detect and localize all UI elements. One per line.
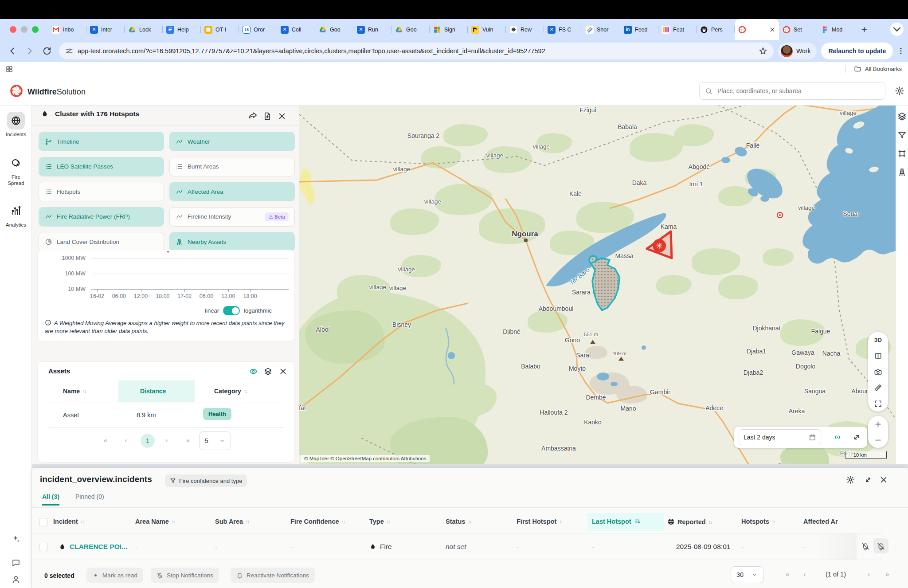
next-page-button[interactable]: ›: [868, 570, 870, 578]
apps-grid-icon[interactable]: [5, 65, 13, 73]
toggle-fire-radiative-power-frp-[interactable]: Fire Radiative Power (FRP): [39, 207, 164, 227]
map-search-box[interactable]: [699, 82, 885, 100]
toggle-land-cover-distribution[interactable]: Land Cover Distribution: [39, 232, 164, 251]
zoom-out-button[interactable]: [868, 432, 888, 448]
column-header-sub-area[interactable]: Sub Area↑↓: [215, 518, 249, 525]
notifications-off-icon[interactable]: [861, 542, 870, 551]
filter-chip[interactable]: Fire confidence and type: [165, 474, 247, 487]
first-page-button[interactable]: «: [786, 570, 789, 578]
reactivate-notifications-button[interactable]: Reactivate Notifications: [231, 568, 315, 583]
map-attribution[interactable]: © MapTiler © OpenStreetMap contributors …: [301, 455, 430, 462]
stop-notifications-button[interactable]: Stop Notifications: [151, 568, 219, 583]
settings-gear-icon[interactable]: [895, 86, 904, 96]
last-page-button[interactable]: »: [885, 570, 889, 578]
column-header-fire-confidence[interactable]: Fire Confidence↑↓: [290, 518, 345, 525]
browser-tab-inbo[interactable]: Inbo: [48, 19, 86, 40]
mark-as-read-button[interactable]: Mark as read: [86, 568, 143, 583]
browser-tab-active[interactable]: [735, 19, 779, 40]
browser-tab-oror[interactable]: 18Oror: [239, 19, 277, 40]
browser-tab-mod[interactable]: Mod: [817, 19, 855, 40]
toggle-affected-area[interactable]: Affected Area: [169, 182, 295, 201]
toggle-nearby-assets[interactable]: Nearby Assets: [169, 232, 295, 251]
live-mode-icon[interactable]: [833, 432, 842, 442]
first-page-button[interactable]: «: [100, 436, 111, 444]
row-checkbox[interactable]: [39, 543, 47, 551]
assets-col-category[interactable]: Category↑↓: [214, 388, 247, 395]
column-header-reported[interactable]: Reported↑↓: [667, 518, 712, 525]
bookmark-star-icon[interactable]: [759, 47, 767, 55]
address-bar[interactable]: app-test.ororatech.com/?c=16.5991205,12.…: [59, 43, 774, 59]
sheet-tab-pinned[interactable]: Pinned (0): [75, 493, 104, 504]
prev-page-button[interactable]: ‹: [121, 436, 131, 444]
page-size-select[interactable]: 5: [199, 431, 231, 450]
browser-tab-fs-c[interactable]: ✕FS C: [544, 19, 582, 40]
reload-icon[interactable]: [42, 46, 52, 56]
prev-page-button[interactable]: ‹: [803, 570, 806, 578]
toggle-fireline-intensity[interactable]: Fireline Intensity⚠ Beta: [169, 207, 295, 227]
bell-slash-icon[interactable]: [877, 542, 885, 551]
url-text[interactable]: app-test.ororatech.com/?c=16.5991205,12.…: [78, 47, 759, 55]
expand-timeline-icon[interactable]: [852, 433, 861, 442]
column-header-hotspots[interactable]: Hotspots↑↓: [741, 518, 775, 525]
funnel-tool-icon[interactable]: [897, 130, 907, 140]
toggle-weather[interactable]: Weather: [169, 132, 295, 151]
column-header-type[interactable]: Type↑↓: [369, 518, 390, 525]
forward-icon[interactable]: [25, 46, 35, 56]
table-settings-gear-icon[interactable]: [846, 475, 855, 484]
close-assets-icon[interactable]: [279, 367, 287, 376]
scale-toggle[interactable]: [223, 306, 240, 315]
last-page-button[interactable]: »: [183, 436, 193, 444]
column-header-last-hotspot[interactable]: Last Hotspot: [592, 518, 641, 525]
zoom-in-button[interactable]: [868, 416, 888, 432]
export-file-icon[interactable]: [263, 112, 272, 121]
layers-icon[interactable]: [264, 367, 272, 376]
measure-button[interactable]: [868, 380, 888, 396]
sidebar-item-incidents[interactable]: Incidents: [0, 112, 32, 137]
sidebar-item-analytics[interactable]: Analytics: [0, 202, 32, 228]
chat-icon[interactable]: [11, 558, 21, 568]
browser-tab-feat[interactable]: Feat: [658, 19, 697, 40]
time-range-select[interactable]: Last 2 days: [739, 429, 821, 445]
visibility-eye-icon[interactable]: [249, 367, 258, 376]
browser-tab-ot-i[interactable]: OT-I: [201, 19, 239, 40]
screenshot-button[interactable]: [868, 364, 888, 380]
assets-col-distance[interactable]: Distance: [140, 388, 166, 395]
toggle-timeline[interactable]: Timeline: [39, 132, 164, 151]
tower-tool-icon[interactable]: [897, 168, 907, 177]
browser-tab-set[interactable]: Set: [779, 19, 817, 40]
select-all-checkbox[interactable]: [39, 518, 47, 526]
person-icon[interactable]: [11, 575, 21, 584]
frame-tool-icon[interactable]: [897, 149, 907, 158]
toggle-leo-satellite-passes[interactable]: LEO Satellite Passes: [39, 157, 164, 176]
back-icon[interactable]: [8, 46, 17, 56]
browser-tab-goo[interactable]: Goo: [315, 19, 353, 40]
tune-icon[interactable]: [65, 47, 73, 55]
assets-col-name[interactable]: Name↑↓: [63, 388, 86, 395]
browser-tab-coll[interactable]: ✕Coll: [277, 19, 315, 40]
incident-cell[interactable]: CLARENCE POI...: [59, 543, 127, 551]
spark-icon[interactable]: [11, 534, 21, 544]
column-header-affected-ar[interactable]: Affected Ar: [803, 518, 838, 525]
layers-tool-icon[interactable]: [897, 112, 907, 121]
close-sheet-icon[interactable]: [879, 475, 888, 484]
toggle-burnt-areas[interactable]: Burnt Areas: [169, 157, 295, 176]
fullscreen-button[interactable]: [868, 396, 888, 412]
column-header-first-hotspot[interactable]: First Hotspot↑↓: [517, 518, 562, 525]
zoom-window-button[interactable]: [32, 26, 39, 33]
sheet-tab-all[interactable]: All (3): [42, 493, 59, 506]
browser-tab-vuln[interactable]: Vuln: [468, 19, 506, 40]
profile-chip[interactable]: Work: [778, 43, 817, 59]
traffic-lights[interactable]: [10, 26, 43, 33]
share-icon[interactable]: [248, 112, 257, 121]
browser-tab-goo[interactable]: Goo: [391, 19, 430, 40]
next-page-button[interactable]: ›: [161, 436, 172, 444]
browser-tab-feed[interactable]: inFeed: [620, 19, 658, 40]
column-header-status[interactable]: Status↑↓: [446, 518, 471, 525]
browser-tab-sign[interactable]: Sign: [430, 19, 468, 40]
browser-tab-rew[interactable]: ❋Rew: [506, 19, 544, 40]
tab-search-chevron-button[interactable]: [890, 23, 904, 36]
close-window-button[interactable]: [10, 26, 16, 33]
relaunch-button[interactable]: Relaunch to update: [821, 43, 893, 59]
browser-tab-help[interactable]: Help: [163, 19, 201, 40]
column-header-incident[interactable]: Incident↑↓: [53, 518, 84, 525]
